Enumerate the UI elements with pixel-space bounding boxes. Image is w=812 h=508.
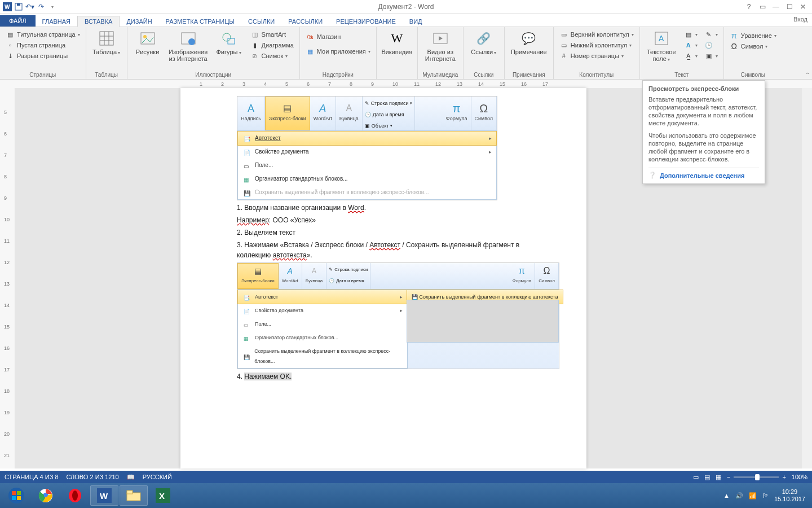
save-icon[interactable] [14,2,24,12]
textbox-label: Текстовое поле [645,49,678,63]
symbol-button[interactable]: ΩСимвол [727,41,779,51]
scrollbar-vertical[interactable] [802,88,812,468]
wikipedia-icon: W [388,29,406,47]
tab-design[interactable]: ДИЗАЙН [120,16,158,27]
view-print-icon[interactable]: ▤ [704,474,710,481]
tab-view[interactable]: ВИД [403,16,429,27]
taskbar-opera[interactable] [61,485,89,506]
zoom-in-icon[interactable]: + [782,474,785,480]
svg-marker-16 [439,36,443,41]
myapps-button[interactable]: ▦Мои приложения [303,46,373,56]
tray-flag-icon[interactable]: 🏳 [762,492,769,499]
shapes-button[interactable]: Фигуры [212,28,246,58]
table-button[interactable]: Таблица [90,28,123,58]
tab-file[interactable]: ФАЙЛ [0,15,36,27]
tray-network-icon[interactable]: 📶 [749,492,757,500]
zoom-slider[interactable]: − + [727,474,786,480]
close-icon[interactable]: ✕ [797,2,809,12]
ribbon: ▤Титульная страница ▫Пустая страница ⤓Ра… [0,27,812,80]
title-bar: W ↶▾ ↷ ▾ Документ2 - Word ? ▭ — ☐ ✕ [0,0,812,14]
svg-rect-21 [17,491,21,495]
tab-review[interactable]: РЕЦЕНЗИРОВАНИЕ [329,16,403,27]
group-comments-label: Примечания [508,72,550,79]
wikipedia-button[interactable]: WВикипедия [380,28,414,56]
group-media: Видео из Интернета Мультимедиа [418,27,464,79]
online-video-button[interactable]: Видео из Интернета [421,28,460,63]
textbox-button[interactable]: AТекстовое поле [643,28,679,64]
tab-home[interactable]: ГЛАВНАЯ [36,16,77,27]
qat-customize-icon[interactable]: ▾ [47,2,58,12]
store-button[interactable]: 🛍Магазин [303,32,373,42]
taskbar-chrome[interactable] [32,485,60,506]
minimize-icon[interactable]: — [770,2,782,12]
emb2-dropcap: AБуквица [302,263,326,289]
online-pictures-button[interactable]: Изображения из Интернета [167,28,210,63]
tab-layout[interactable]: РАЗМЕТКА СТРАНИЦЫ [159,16,241,27]
object-button[interactable]: ▣ [702,51,720,61]
page[interactable]: AНадпись ▤Экспресс-блоки AWordArt AБукви… [180,88,586,468]
tray-volume-icon[interactable]: 🔊 [735,492,743,500]
screenshot-icon: ⎚ [250,51,259,60]
taskbar-word[interactable]: W [90,485,118,506]
equation-label: Уравнение [741,32,772,39]
tooltip-help-link[interactable]: ❔Дополнительные сведения [648,168,759,179]
emb1-mi-prop: 📄Свойство документа▸ [238,145,496,159]
maximize-icon[interactable]: ☐ [784,2,795,12]
status-words[interactable]: СЛОВО 2 ИЗ 1210 [67,474,119,480]
ruler-vertical[interactable]: 5678910111213141516171819202122 [0,88,15,468]
blank-page-button[interactable]: ▫Пустая страница [3,40,82,50]
redo-icon[interactable]: ↷ [36,2,46,12]
screenshot-button[interactable]: ⎚Снимок [248,51,296,61]
collapse-ribbon-icon[interactable]: ⌃ [805,72,810,78]
tab-mailings[interactable]: РАССЫЛКИ [281,16,329,27]
ribbon-display-icon[interactable]: ▭ [757,2,768,12]
group-pages-label: Страницы [3,72,82,79]
view-web-icon[interactable]: ▦ [716,474,721,481]
zoom-thumb[interactable] [755,474,760,480]
footer-button[interactable]: ▭Нижний колонтитул [557,40,636,50]
equation-button[interactable]: πУравнение [727,30,779,41]
undo-icon[interactable]: ↶▾ [25,2,35,12]
emb1-mi-field: ▭Поле... [238,159,496,172]
links-button[interactable]: 🔗Ссылки [467,28,501,58]
tray-clock[interactable]: 10:2915.10.2017 [774,488,805,503]
zoom-percent[interactable]: 100% [792,474,807,480]
wordart-icon: A [684,41,693,50]
quick-parts-button[interactable]: ▤ [682,29,700,40]
date-time-button[interactable]: 🕒 [702,40,720,50]
wordart-button[interactable]: A [682,40,700,50]
help-icon[interactable]: ? [743,2,754,12]
taskbar-excel[interactable]: X [149,485,177,506]
header-button[interactable]: ▭Верхний колонтитул [557,29,636,40]
smartart-button[interactable]: ◫SmartArt [248,29,296,40]
comment-button[interactable]: 💬Примечание [508,28,550,56]
emb1-quickparts: ▤Экспресс-блоки [265,97,310,130]
start-button[interactable] [2,485,30,506]
tab-references[interactable]: ССЫЛКИ [241,16,281,27]
window-controls: ? ▭ — ☐ ✕ [743,2,812,12]
group-links-label: Ссылки [467,72,501,79]
comment-label: Примечание [511,49,547,55]
signature-line-button[interactable]: ✎ [702,29,720,40]
zoom-track[interactable] [734,476,779,478]
zoom-out-icon[interactable]: − [727,474,730,480]
page-break-button[interactable]: ⤓Разрыв страницы [3,51,82,61]
sign-in-link[interactable]: Вход [793,16,807,23]
dropcap-button[interactable]: A̲ [682,51,700,61]
status-page[interactable]: СТРАНИЦА 4 ИЗ 8 [5,474,59,480]
status-proofing-icon[interactable]: 📖 [127,474,135,481]
page-break-label: Разрыв страницы [17,52,68,59]
taskbar-explorer[interactable] [120,485,148,506]
page-number-button[interactable]: #Номер страницы [557,51,636,61]
status-language[interactable]: РУССКИЙ [143,474,172,480]
doc-p5: 4. Нажимаем OK. [237,371,530,382]
svg-point-12 [188,38,195,45]
view-read-icon[interactable]: ▭ [693,474,699,481]
tray-up-icon[interactable]: ▲ [723,492,730,499]
group-wikipedia: WВикипедия [377,27,418,79]
tab-insert[interactable]: ВСТАВКА [77,16,120,27]
chart-button[interactable]: ▮Диаграмма [248,40,296,50]
cover-page-button[interactable]: ▤Титульная страница [3,29,82,40]
tray-time: 10:29 [774,488,805,496]
pictures-button[interactable]: Рисунки [131,28,165,56]
